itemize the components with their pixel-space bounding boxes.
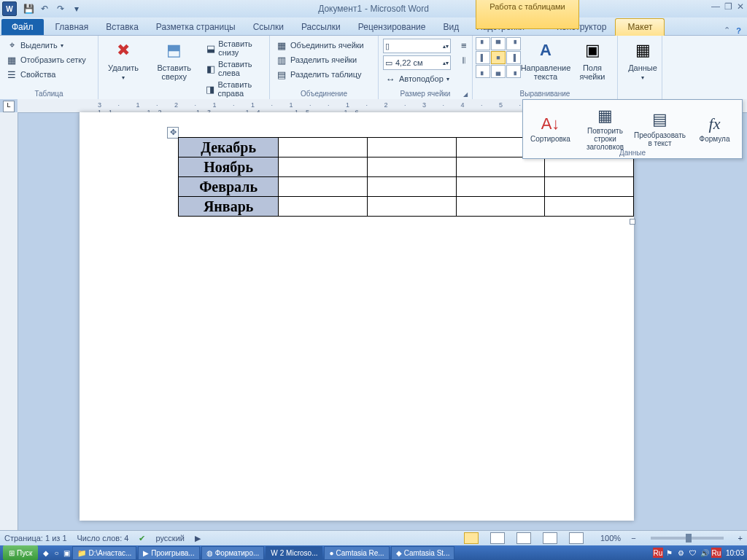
distribute-cols-button[interactable]: ⦀ (457, 54, 471, 67)
help-icon[interactable]: ? (736, 26, 741, 35)
insert-above-button[interactable]: ⬒Вставить сверху (147, 37, 201, 82)
lang-indicator[interactable]: Ru (653, 548, 663, 558)
lang-indicator-2[interactable]: Ru (711, 548, 721, 558)
taskbar-item[interactable]: ◆Camtasia St... (391, 546, 455, 560)
zoom-in-button[interactable]: + (738, 534, 743, 542)
align-br[interactable]: ▗ (506, 65, 521, 78)
tab-view[interactable]: Вид (434, 19, 468, 35)
properties-button[interactable]: ☰Свойства (4, 68, 88, 81)
table-cell[interactable] (367, 158, 456, 177)
tab-selector[interactable]: L (3, 101, 15, 112)
qat-more-icon[interactable]: ▾ (70, 2, 83, 15)
table-cell[interactable] (545, 158, 634, 177)
tab-review[interactable]: Рецензирование (349, 19, 435, 35)
tray-icon[interactable]: 🔊 (700, 548, 710, 558)
start-button[interactable]: ⊞Пуск (3, 545, 38, 560)
distribute-rows-button[interactable]: ≡ (457, 39, 471, 52)
align-ml[interactable]: ▌ (476, 51, 490, 64)
table-cell[interactable] (456, 158, 545, 177)
insert-right-button[interactable]: ◨Вставить справа (204, 79, 265, 98)
tab-file[interactable]: Файл (1, 19, 44, 35)
taskbar-item[interactable]: W2 Microso... (266, 546, 322, 560)
save-icon[interactable]: 💾 (22, 2, 35, 15)
page[interactable]: ✥ Декабрь Ноябрь Февраль Январь (80, 112, 634, 521)
table-cell[interactable] (367, 197, 456, 217)
table-cell[interactable] (279, 177, 368, 197)
taskbar-item[interactable]: ◍Форматиро... (201, 546, 265, 560)
table-cell[interactable] (456, 177, 545, 197)
draft-view[interactable] (569, 532, 584, 544)
table-cell[interactable]: Февраль (179, 177, 279, 197)
autofit-button[interactable]: ↔Автоподбор▾ (383, 72, 451, 85)
minimize-ribbon-icon[interactable]: ⌃ (724, 26, 730, 35)
table-cell[interactable] (367, 138, 456, 158)
align-tr[interactable]: ▝ (506, 37, 521, 50)
language-indicator[interactable]: русский (155, 534, 184, 542)
cellsize-launcher-icon[interactable]: ◢ (463, 91, 468, 98)
spellcheck-icon[interactable]: ✔ (139, 534, 145, 543)
tray-icon[interactable]: ⚙ (676, 548, 686, 558)
table-cell[interactable]: Декабрь (179, 138, 279, 158)
zoom-thumb[interactable] (686, 534, 692, 542)
tab-mailings[interactable]: Рассылки (293, 19, 349, 35)
quicklaunch-icon[interactable]: ▣ (61, 548, 71, 558)
split-table-button[interactable]: ▤Разделить таблицу (274, 68, 365, 81)
zoom-slider[interactable] (651, 537, 724, 540)
minimize-icon[interactable]: — (711, 1, 720, 12)
close-icon[interactable]: ✕ (737, 1, 744, 12)
zoom-out-button[interactable]: − (631, 534, 635, 542)
table-cell[interactable] (456, 197, 545, 217)
page-indicator[interactable]: Страница: 1 из 1 (4, 534, 67, 542)
undo-icon[interactable]: ↶ (38, 2, 51, 15)
tab-page-layout[interactable]: Разметка страницы (147, 19, 244, 35)
tab-insert[interactable]: Вставка (97, 19, 147, 35)
table-move-handle[interactable]: ✥ (167, 127, 179, 139)
outline-view[interactable] (543, 532, 557, 544)
split-cells-button[interactable]: ▥Разделить ячейки (274, 53, 365, 66)
data-button[interactable]: ▦Данные▾ (621, 37, 665, 83)
align-tl[interactable]: ▘ (476, 37, 490, 50)
tab-references[interactable]: Ссылки (244, 19, 293, 35)
taskbar-item[interactable]: ▶Проигрыва... (138, 546, 199, 560)
vertical-ruler[interactable] (0, 112, 18, 531)
table-resize-handle[interactable] (630, 219, 635, 225)
table-cell[interactable]: Ноябрь (179, 158, 279, 177)
table-cell[interactable] (545, 197, 634, 217)
word-count[interactable]: Число слов: 4 (77, 534, 129, 542)
select-button[interactable]: ⌖Выделить▾ (4, 39, 88, 52)
web-view[interactable] (516, 532, 531, 544)
align-bc[interactable]: ▄ (491, 65, 506, 78)
zoom-level[interactable]: 100% (600, 534, 621, 542)
tab-home[interactable]: Главная (47, 19, 98, 35)
table-cell[interactable] (367, 177, 456, 197)
align-mr[interactable]: ▐ (506, 51, 521, 64)
cell-margins-button[interactable]: ▣Поля ячейки (570, 37, 614, 82)
table-cell[interactable] (279, 138, 368, 158)
macro-icon[interactable]: ▶ (195, 534, 201, 543)
table-cell[interactable]: Январь (179, 197, 279, 217)
restore-icon[interactable]: ❐ (724, 1, 732, 12)
align-bl[interactable]: ▖ (476, 65, 490, 78)
table-cell[interactable] (279, 197, 368, 217)
tray-icon[interactable]: ⚑ (665, 548, 675, 558)
print-layout-view[interactable] (464, 532, 479, 544)
align-tc[interactable]: ▀ (491, 37, 506, 50)
tray-icon[interactable]: 🛡 (688, 548, 698, 558)
insert-left-button[interactable]: ◧Вставить слева (204, 59, 265, 78)
delete-button[interactable]: ✖Удалить▾ (101, 37, 145, 83)
align-mc[interactable]: ■ (491, 51, 506, 64)
clock[interactable]: 10:03 (726, 549, 744, 557)
column-width-input[interactable]: ▭4,22 см▴▾ (383, 55, 451, 70)
quicklaunch-icon[interactable]: ○ (51, 548, 61, 558)
text-direction-button[interactable]: AНаправление текста (522, 37, 569, 82)
tab-table-layout[interactable]: Макет (615, 18, 665, 36)
redo-icon[interactable]: ↷ (54, 2, 67, 15)
insert-below-button[interactable]: ⬓Вставить снизу (204, 39, 265, 58)
merge-cells-button[interactable]: ▦Объединить ячейки (274, 39, 365, 52)
table-cell[interactable] (545, 177, 634, 197)
taskbar-item[interactable]: ●Camtasia Re... (324, 546, 389, 560)
taskbar-item[interactable]: 📁D:\Анастас... (72, 546, 136, 560)
quicklaunch-icon[interactable]: ◆ (41, 548, 51, 558)
table-cell[interactable] (279, 158, 368, 177)
row-height-input[interactable]: ▯▴▾ (383, 39, 451, 53)
